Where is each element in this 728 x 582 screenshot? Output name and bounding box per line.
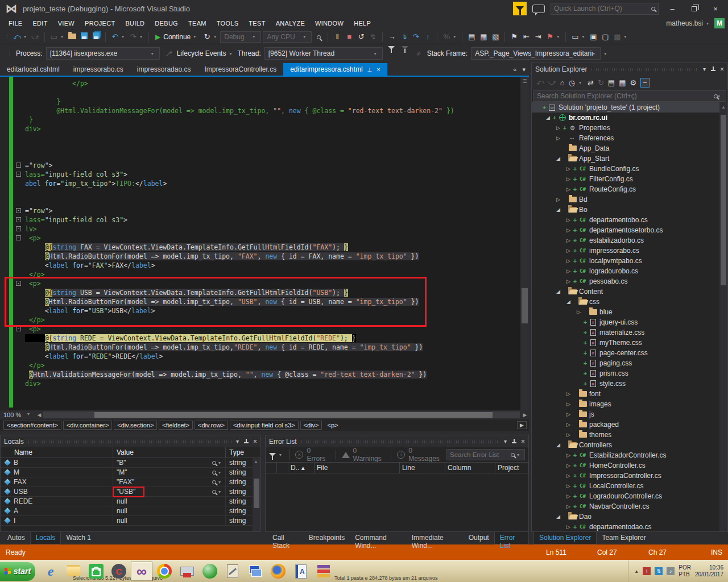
outdent-icon[interactable]: ▦ xyxy=(478,32,489,41)
expander-collapsed-icon[interactable]: ▷ xyxy=(565,186,572,192)
expander-expanded-icon[interactable]: ◢ xyxy=(565,299,572,305)
column-type[interactable]: Type xyxy=(226,447,260,458)
locals-scroll-thumb[interactable] xyxy=(254,479,259,508)
breadcrumb-tag[interactable]: <fieldset> xyxy=(159,421,193,430)
expander-collapsed-icon[interactable]: ▷ xyxy=(565,493,572,499)
expander-collapsed-icon[interactable]: ▷ xyxy=(575,309,582,315)
expander-expanded-icon[interactable]: ◢ xyxy=(544,115,552,120)
fold-collapse-icon[interactable]: - xyxy=(16,208,21,213)
debugbar-grip[interactable]: ⋮ xyxy=(7,51,11,56)
tree-item-app-start[interactable]: ◢App_Start xyxy=(532,153,727,164)
search-icon[interactable] xyxy=(651,7,655,11)
tree-item-packaged[interactable]: ▷packaged xyxy=(532,419,727,430)
magnifier-icon[interactable] xyxy=(212,490,216,494)
user-name[interactable]: matheus.bsi xyxy=(666,19,703,27)
tree-item-materialize-css[interactable]: +#materialize.css xyxy=(532,327,727,338)
explorer-tab-solution-explorer[interactable]: Solution Explorer xyxy=(533,532,597,544)
expander-collapsed-icon[interactable]: ▷ xyxy=(565,238,572,243)
search-icon[interactable] xyxy=(511,453,515,457)
errorlist-tab-breakpoints[interactable]: Breakpoints xyxy=(304,532,350,544)
show-all-files-icon[interactable]: ▦ xyxy=(619,78,626,87)
tree-item-properties[interactable]: ▷+⚙Properties xyxy=(532,123,727,133)
refresh-icon[interactable]: ↺ xyxy=(356,32,366,41)
locals-row-A[interactable]: Anullstring xyxy=(1,506,260,516)
solution-platform-dropdown[interactable]: Any CPU▾ xyxy=(263,31,312,43)
locals-row-FAX[interactable]: FAX"FAX"▾string xyxy=(1,477,260,487)
suppress-jit-icon[interactable]: ≠ xyxy=(413,49,424,58)
error-search-input[interactable] xyxy=(450,451,508,458)
taskbar-ssms-icon[interactable] xyxy=(199,562,221,581)
expander-expanded-icon[interactable]: ◢ xyxy=(555,207,562,213)
restart-caret[interactable]: ▾ xyxy=(214,34,218,39)
locals-row-B[interactable]: B"B"▾string xyxy=(1,458,260,468)
expander-collapsed-icon[interactable]: ▷ xyxy=(565,278,572,284)
breakpoint-margin[interactable] xyxy=(0,77,9,410)
debugbar-overflow[interactable]: ▾ xyxy=(604,51,609,56)
tree-item-localcontroller-cs[interactable]: ▷+C#LocalController.cs xyxy=(532,481,727,491)
taskbar-ie-icon[interactable]: e xyxy=(40,562,61,581)
user-avatar[interactable]: M xyxy=(714,18,725,28)
tree-item-logradourobo-cs[interactable]: ▷+C#logradourobo.cs xyxy=(532,266,727,276)
undo-caret[interactable]: ▾ xyxy=(122,34,126,39)
expander-expanded-icon[interactable]: ◢ xyxy=(555,156,562,161)
error-column-Column[interactable]: Column xyxy=(445,463,495,473)
search-icon[interactable] xyxy=(714,94,718,98)
close-tab-icon[interactable]: × xyxy=(377,66,380,73)
step-out-icon[interactable]: ↑ xyxy=(423,32,433,41)
tree-item-solution-projeto-teste-1-project-[interactable]: +∞Solution 'projeto_teste' (1 project) xyxy=(532,102,727,113)
collapse-all-icon[interactable]: ▤ xyxy=(608,78,615,87)
window-position-caret-icon[interactable]: ▾ xyxy=(236,438,239,444)
expander-expanded-icon[interactable]: ◢ xyxy=(555,514,562,519)
tree-item-content[interactable]: ◢Content xyxy=(532,286,727,297)
tray-clock[interactable]: 10:3620/01/2017 xyxy=(695,564,723,578)
save-all-icon[interactable] xyxy=(91,32,101,41)
expander-collapsed-icon[interactable]: ▷ xyxy=(565,217,572,223)
toolbar-overflow-caret[interactable]: ▾ xyxy=(624,34,628,39)
restore-button[interactable] xyxy=(686,5,702,13)
undo-icon[interactable]: ↶ xyxy=(110,32,120,41)
taskbar-vs-icon[interactable]: ∞ xyxy=(131,562,152,581)
expander-collapsed-icon[interactable]: ▷ xyxy=(565,504,572,509)
tree-item-style-css[interactable]: +#style.css xyxy=(532,379,727,389)
taskbar-chrome-icon[interactable] xyxy=(154,562,175,581)
taskbar-ccleaner-icon[interactable]: C xyxy=(108,562,130,581)
tree-item-references[interactable]: ▷▪▪References xyxy=(532,133,727,143)
locals-row-M[interactable]: M"M"▾string xyxy=(1,468,260,477)
close-icon[interactable]: × xyxy=(521,438,525,446)
fold-collapse-icon[interactable]: - xyxy=(16,172,21,177)
fold-collapse-icon[interactable]: - xyxy=(16,326,21,331)
tab-list-caret-icon[interactable]: ▾ xyxy=(522,66,526,73)
tree-item-blue[interactable]: ▷blue xyxy=(532,307,727,317)
tab-scroll-left-icon[interactable]: « xyxy=(513,66,516,73)
magnifier-icon[interactable] xyxy=(212,480,216,484)
breadcrumb-tag[interactable]: <p> xyxy=(324,421,341,430)
tab-editarlocal.cshtml[interactable]: editarlocal.cshtml xyxy=(0,63,67,76)
threads-in-source-icon[interactable]: % xyxy=(441,32,452,41)
expander-collapsed-icon[interactable]: ▷ xyxy=(565,258,572,264)
tree-item-pessoabo-cs[interactable]: ▷+C#pessoabo.cs xyxy=(532,276,727,286)
minimize-button[interactable]: – xyxy=(664,5,680,13)
value-visualizer[interactable]: ▾ xyxy=(212,460,225,465)
show-next-statement-icon[interactable]: → xyxy=(387,32,397,41)
locals-title-bar[interactable]: Locals ▾ × xyxy=(1,435,260,447)
tree-item-controllers[interactable]: ◢Controllers xyxy=(532,440,727,450)
task-list-icon[interactable]: ▭ xyxy=(570,32,580,41)
breadcrumb-tag[interactable]: <div.input-field col s3> xyxy=(230,421,299,430)
step-over-icon[interactable]: ↷ xyxy=(411,32,421,41)
errors-count[interactable]: 0 Errors xyxy=(307,447,329,463)
task-list-caret[interactable]: ▾ xyxy=(582,34,586,39)
tree-item-navbarcontroller-cs[interactable]: ▷+C#NavbarController.cs xyxy=(532,501,727,512)
tray-language[interactable]: PORPTB xyxy=(679,564,691,578)
expander-collapsed-icon[interactable]: ▷ xyxy=(565,452,572,458)
pin-icon[interactable] xyxy=(511,438,516,444)
continue-button[interactable]: ▶ Continue ▾ xyxy=(153,32,200,42)
expander-collapsed-icon[interactable]: ▷ xyxy=(565,524,572,530)
add-document-icon[interactable]: ▣ xyxy=(588,32,598,41)
menu-tools[interactable]: TOOLS xyxy=(212,18,244,28)
tree-item-departamentobo-cs[interactable]: ▷+C#departamentobo.cs xyxy=(532,215,727,225)
editor-vertical-scrollbar[interactable]: ☰ xyxy=(520,77,529,410)
menu-file[interactable]: FILE xyxy=(3,18,27,28)
visualizer-caret[interactable]: ▾ xyxy=(218,489,223,494)
restart-icon[interactable]: ↻ xyxy=(202,32,212,41)
errorlist-tab-call-stack[interactable]: Call Stack xyxy=(267,532,304,544)
